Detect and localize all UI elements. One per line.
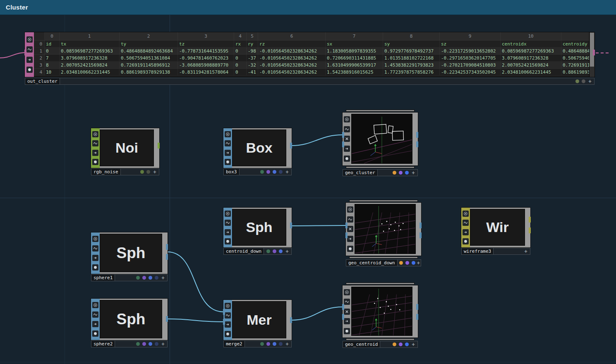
node-out-cluster[interactable]: 0123456789100idtxtytzrxryrzsxsyszcentroi… <box>25 32 594 77</box>
comp-child-connector[interactable] <box>346 166 415 168</box>
render-flag-icon[interactable] <box>344 309 350 315</box>
palette-dot[interactable] <box>582 79 585 83</box>
display-flag-icon[interactable] <box>92 311 98 318</box>
lock-flag-icon[interactable] <box>225 238 231 244</box>
input-connector[interactable] <box>223 319 225 325</box>
wire-dat-input[interactable] <box>0 53 25 58</box>
display-flag-icon[interactable] <box>26 46 33 53</box>
palette-dot[interactable] <box>399 342 403 346</box>
node-name[interactable]: out_cluster <box>25 78 60 84</box>
palette-dot[interactable] <box>273 249 276 253</box>
dat-table[interactable]: 0123456789100idtxtytzrxryrzsxsyszcentroi… <box>34 32 589 77</box>
node-sphere2[interactable]: Sph <box>91 299 168 340</box>
node-name[interactable]: box3 <box>224 169 240 175</box>
output-connector[interactable] <box>290 317 292 323</box>
export-flag-icon[interactable] <box>26 57 33 63</box>
node-rgb-noise[interactable]: Noi <box>91 128 159 168</box>
display-flag-icon[interactable] <box>344 299 350 305</box>
input-connector[interactable] <box>342 304 344 310</box>
palette-dot[interactable] <box>393 342 396 346</box>
palette-dot[interactable] <box>405 261 409 265</box>
palette-dot[interactable] <box>273 170 276 174</box>
comp-child-connector[interactable] <box>346 338 415 340</box>
palette-dot[interactable] <box>266 249 270 253</box>
palette-dot[interactable] <box>260 342 264 346</box>
node-name[interactable]: geo_cluster <box>343 170 378 176</box>
path-bar[interactable]: Cluster <box>0 0 616 15</box>
export-flag-icon[interactable] <box>344 146 350 152</box>
input-connector[interactable] <box>342 314 344 320</box>
palette-dot[interactable] <box>260 170 264 174</box>
lock-flag-icon[interactable] <box>225 159 231 165</box>
output-connector[interactable] <box>290 223 292 228</box>
palette-dot[interactable] <box>142 276 146 280</box>
viewer-flag-icon[interactable] <box>225 303 231 309</box>
node-sphere1[interactable]: Sph <box>91 232 168 274</box>
wire-merge2-to-geo-centroid[interactable] <box>292 307 343 320</box>
lock-flag-icon[interactable] <box>92 264 98 271</box>
node-body[interactable]: Sph <box>100 300 162 338</box>
palette-dot[interactable] <box>142 342 146 346</box>
render-flag-icon[interactable] <box>347 226 353 232</box>
input-connector[interactable] <box>342 141 344 147</box>
palette-dot[interactable] <box>136 342 140 346</box>
palette-dot[interactable] <box>155 342 158 346</box>
render-flag-icon[interactable] <box>344 136 350 142</box>
export-flag-icon[interactable] <box>92 150 98 156</box>
display-flag-icon[interactable] <box>463 220 469 226</box>
viewer-flag-icon[interactable] <box>344 289 350 295</box>
node-name[interactable]: merge2 <box>224 341 245 347</box>
node-name[interactable]: centroid_down <box>224 248 264 254</box>
viewer-flag-icon[interactable] <box>225 131 231 137</box>
export-flag-icon[interactable] <box>463 229 469 235</box>
palette-dot[interactable] <box>266 342 270 346</box>
output-connector[interactable] <box>529 217 531 223</box>
palette-dot[interactable] <box>279 249 283 253</box>
output-connector[interactable] <box>166 254 168 260</box>
node-centroid-down[interactable]: Sph <box>223 208 292 247</box>
node-body[interactable]: Mer <box>232 301 286 338</box>
palette-dot[interactable] <box>393 171 396 175</box>
output-connector[interactable] <box>290 143 292 148</box>
wire-sphere1-to-merge2[interactable] <box>168 252 223 312</box>
node-name[interactable]: geo_centroid <box>343 341 380 347</box>
input-connector[interactable] <box>345 223 348 228</box>
add-button[interactable]: + <box>410 170 416 176</box>
input-connector[interactable] <box>223 309 225 315</box>
node-body[interactable]: Wir <box>470 209 525 246</box>
viewer-flag-icon[interactable] <box>225 211 231 217</box>
node-body[interactable]: Box <box>232 129 286 166</box>
palette-dot[interactable] <box>155 276 158 280</box>
output-connector[interactable] <box>419 223 422 228</box>
lock-flag-icon[interactable] <box>26 67 33 73</box>
viewer-flag-icon[interactable] <box>92 131 98 137</box>
palette-dot[interactable] <box>149 342 152 346</box>
export-flag-icon[interactable] <box>225 229 231 235</box>
export-flag-icon[interactable] <box>344 318 350 324</box>
palette-dot[interactable] <box>279 342 283 346</box>
display-flag-icon[interactable] <box>344 126 350 132</box>
lock-flag-icon[interactable] <box>347 246 353 252</box>
display-flag-icon[interactable] <box>225 140 231 146</box>
output-connector[interactable] <box>529 228 531 233</box>
node-name[interactable]: geo_centroid_down <box>346 260 398 266</box>
add-button[interactable]: + <box>417 260 420 266</box>
comp-parent-connector[interactable] <box>349 200 418 202</box>
node-body[interactable]: Noi <box>100 129 154 166</box>
display-flag-icon[interactable] <box>92 140 98 146</box>
add-button[interactable]: + <box>284 169 290 175</box>
node-name[interactable]: sphere2 <box>91 341 115 347</box>
display-flag-icon[interactable] <box>92 245 98 251</box>
export-flag-icon[interactable] <box>347 236 353 242</box>
wire-box3-to-geo-cluster[interactable] <box>292 135 343 146</box>
lock-flag-icon[interactable] <box>92 330 98 337</box>
viewer-flag-icon[interactable] <box>347 206 353 213</box>
node-name[interactable]: wireframe3 <box>462 248 494 254</box>
node-geo-cluster[interactable] <box>343 113 418 165</box>
table-row[interactable]: 4102.03481006622314450.8861989378929138-… <box>34 69 589 76</box>
node-name[interactable]: sphere1 <box>91 275 115 281</box>
palette-dot[interactable] <box>136 276 140 280</box>
add-button[interactable]: + <box>160 341 166 347</box>
node-wireframe3[interactable]: Wir <box>461 208 530 247</box>
lock-flag-icon[interactable] <box>344 328 350 334</box>
